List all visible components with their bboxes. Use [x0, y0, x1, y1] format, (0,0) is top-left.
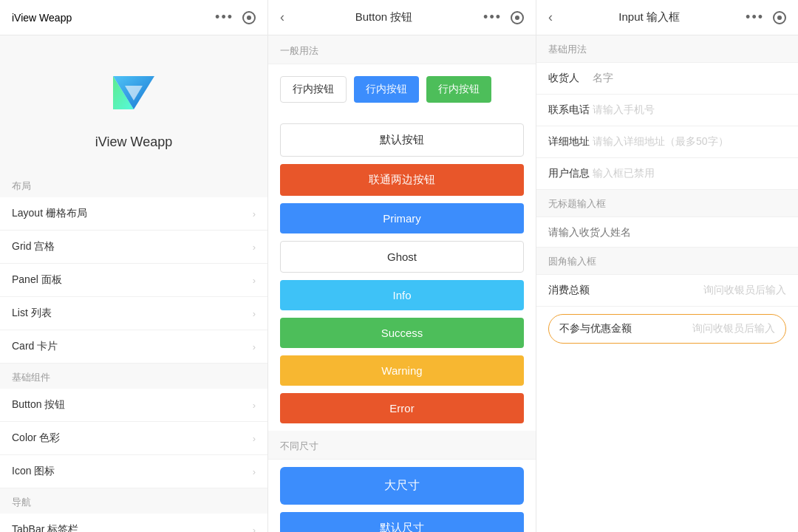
sidebar-item-button[interactable]: Button 按钮 › — [0, 389, 267, 422]
more-icon[interactable]: ••• — [483, 10, 502, 25]
btn-block-error[interactable]: Error — [280, 393, 524, 423]
section-label-basic: 基础组件 — [0, 364, 267, 389]
sidebar-item-color[interactable]: Color 色彩 › — [0, 422, 267, 455]
btn-block-primary[interactable]: Primary — [280, 203, 524, 233]
section-label-layout: 布局 — [0, 172, 267, 197]
btn-size-large[interactable]: 大尺寸 — [280, 467, 524, 505]
sidebar-item-icon[interactable]: Icon 图标 › — [0, 455, 267, 488]
ri-label-total: 消费总额 — [548, 284, 590, 297]
section-general-title: 一般用法 — [268, 35, 536, 64]
input-disabled-userinfo: 输入框已禁用 — [593, 167, 786, 180]
chevron-right-icon: › — [253, 525, 256, 533]
left-panel-title: iView Weapp — [12, 12, 72, 24]
logo-area: iView Weapp — [0, 35, 267, 172]
section-label-nav: 导航 — [0, 488, 267, 514]
sidebar-item-list[interactable]: List 列表 › — [0, 297, 267, 330]
sidebar-item-grid[interactable]: Grid 宫格 › — [0, 231, 267, 264]
target-icon[interactable] — [511, 11, 524, 24]
btn-block-info[interactable]: Info — [280, 280, 524, 310]
input-row-address: 详细地址 请输入详细地址（最多50字） — [536, 126, 798, 158]
chevron-right-icon: › — [253, 275, 256, 286]
chevron-right-icon: › — [253, 341, 256, 352]
left-header-icons: ••• — [215, 10, 256, 25]
right-content: 基础用法 收货人 名字 联系电话 请输入手机号 详细地址 请输入详细地址（最多5… — [536, 35, 798, 532]
inline-buttons-area: 行内按钮 行内按钮 行内按钮 — [268, 64, 536, 123]
chevron-right-icon: › — [253, 242, 256, 253]
input-placeholder-address[interactable]: 请输入详细地址（最多50字） — [593, 135, 786, 149]
right-panel-title: Input 输入框 — [618, 10, 680, 24]
btn-block-warning[interactable]: Warning — [280, 355, 524, 386]
sidebar-item-card[interactable]: Card 卡片 › — [0, 330, 267, 364]
no-title-input[interactable] — [536, 217, 798, 248]
logo-image — [104, 65, 163, 124]
middle-panel-header: ‹ Button 按钮 ••• — [268, 0, 536, 35]
btn-block-default[interactable]: 默认按钮 — [280, 123, 524, 157]
chevron-right-icon: › — [253, 400, 256, 411]
ri-placeholder-discount[interactable]: 询问收银员后输入 — [692, 322, 775, 335]
right-header-icons: ••• — [746, 10, 786, 25]
target-icon[interactable] — [242, 11, 256, 24]
input-row-phone: 联系电话 请输入手机号 — [536, 95, 798, 126]
input-label-recipient: 收货人 — [548, 72, 593, 85]
btn-block-success[interactable]: Success — [280, 318, 524, 348]
btn-inline-primary[interactable]: 行内按钮 — [354, 76, 419, 103]
more-icon[interactable]: ••• — [746, 10, 764, 25]
input-label-phone: 联系电话 — [548, 103, 593, 117]
btn-block-ghost[interactable]: Ghost — [280, 241, 524, 273]
middle-content: 一般用法 行内按钮 行内按钮 行内按钮 默认按钮 联通两边按钮 Primary … — [268, 35, 536, 532]
rounded-input-title: 圆角输入框 — [536, 248, 798, 275]
btn-size-default[interactable]: 默认尺寸 — [280, 512, 524, 532]
chevron-right-icon: › — [253, 433, 256, 444]
right-panel-header: ‹ Input 输入框 ••• — [536, 0, 798, 35]
ri-label-discount: 不参与优惠金额 — [559, 322, 632, 335]
chevron-right-icon: › — [253, 308, 256, 319]
chevron-right-icon: › — [253, 208, 256, 219]
logo-title: iView Weapp — [95, 134, 172, 150]
input-row-recipient: 收货人 名字 — [536, 63, 798, 95]
input-value-recipient: 名字 — [593, 72, 786, 85]
target-icon[interactable] — [773, 11, 786, 24]
left-panel: iView Weapp ••• iVie — [0, 0, 268, 532]
chevron-right-icon: › — [253, 466, 256, 477]
input-basic-title: 基础用法 — [536, 35, 798, 63]
btn-block-orange[interactable]: 联通两边按钮 — [280, 164, 524, 196]
input-label-address: 详细地址 — [548, 135, 593, 149]
input-notitle-title: 无标题输入框 — [536, 190, 798, 217]
middle-header-icons: ••• — [483, 10, 524, 25]
more-icon[interactable]: ••• — [215, 10, 233, 25]
right-panel: ‹ Input 输入框 ••• 基础用法 收货人 名字 联系电话 请输入手机号 … — [536, 0, 798, 532]
btn-inline-default[interactable]: 行内按钮 — [280, 76, 347, 103]
back-icon[interactable]: ‹ — [280, 10, 284, 25]
sidebar-item-panel[interactable]: Panel 面板 › — [0, 264, 267, 297]
left-panel-header: iView Weapp ••• — [0, 0, 267, 35]
btn-inline-success[interactable]: 行内按钮 — [426, 76, 491, 103]
sidebar-item-tabbar[interactable]: TabBar 标签栏 › — [0, 514, 267, 532]
middle-panel-title: Button 按钮 — [355, 10, 413, 24]
ri-placeholder-total[interactable]: 询问收银员后输入 — [703, 284, 786, 297]
rounded-input-row-discount[interactable]: 不参与优惠金额 询问收银员后输入 — [548, 314, 786, 344]
sidebar-item-layout[interactable]: Layout 栅格布局 › — [0, 197, 267, 231]
middle-panel: ‹ Button 按钮 ••• 一般用法 行内按钮 行内按钮 行内按钮 默认按钮… — [268, 0, 536, 532]
input-row-userinfo: 用户信息 输入框已禁用 — [536, 158, 798, 190]
input-placeholder-phone[interactable]: 请输入手机号 — [593, 103, 786, 117]
input-label-userinfo: 用户信息 — [548, 167, 593, 180]
back-icon[interactable]: ‹ — [548, 10, 553, 25]
inline-buttons-row: 行内按钮 行内按钮 行内按钮 — [280, 76, 524, 103]
rounded-input-row-total: 消费总额 询问收银员后输入 — [536, 275, 798, 307]
section-sizes-title: 不同尺寸 — [268, 431, 536, 460]
